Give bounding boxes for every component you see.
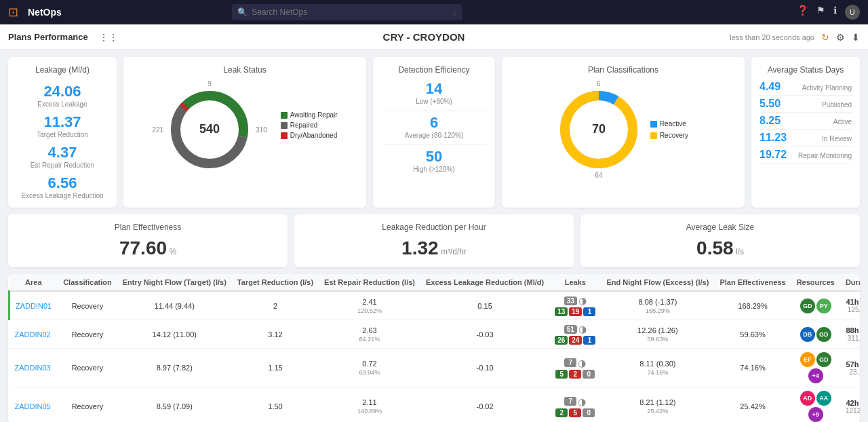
leak-badge: 0	[583, 370, 595, 379]
center-title: CRY - CROYDON	[125, 31, 723, 43]
duration-cell: 42h 27m1212.86%	[840, 387, 860, 423]
cards-row-2: Plan Effectiveness 77.60 % Leakage Reduc…	[8, 214, 860, 267]
end-night-cell: 8.21 (1.12)25.42%	[606, 398, 709, 415]
leak-gauge-icon: ◑	[578, 396, 586, 407]
right-actions: less than 20 seconds ago ↻ ⚙ ⬇	[730, 32, 860, 43]
leaks-badges: 7 ◑ 250	[555, 396, 595, 417]
area-cell: ZADDIN05	[9, 387, 58, 423]
cards-row-1: Leakage (Ml/d) 24.06 Excess Leakage 11.3…	[8, 57, 860, 208]
leakage-hour-title: Leakage Reduction per Hour	[302, 223, 566, 232]
leak-top-num: 9	[152, 80, 267, 88]
leaks-badges: 7 ◑ 520	[555, 358, 595, 379]
status-metric-item: 19.72Repair Monitoring	[760, 147, 852, 164]
resources-cell: EFGD+4	[791, 349, 840, 387]
duration-sub: 1212.86%	[846, 407, 860, 415]
search-input[interactable]	[252, 7, 449, 17]
filter-icon[interactable]: ⚙	[836, 32, 845, 43]
resource-badge: EF	[800, 352, 815, 367]
excess-leakage-label: Excess Leakage	[16, 100, 108, 108]
target-reduction-value: 11.37	[16, 113, 108, 131]
excess-leakage-cell: 0.15	[420, 291, 549, 320]
area-link[interactable]: ZADDIN01	[16, 302, 52, 310]
plan-eff-title: Plan Effectiveness	[16, 223, 279, 232]
est-repair-cell: 2.6384.21%	[324, 326, 415, 343]
status-metric-item: 4.49Activity Planning	[760, 79, 852, 96]
table-row: ZADDIN02 Recovery 14.12 (11.00) 3.12 2.6…	[9, 320, 861, 349]
detection-avg-val: 6	[381, 114, 487, 132]
donut-center-text: 540	[199, 122, 220, 136]
classification-cell: Recovery	[58, 387, 117, 423]
status-val: 5.50	[760, 98, 781, 110]
table-row: ZADDIN03 Recovery 8.97 (7.82) 1.15 0.726…	[9, 349, 861, 387]
area-cell: ZADDIN03	[9, 349, 58, 387]
flag-icon[interactable]: ⚑	[816, 5, 825, 20]
resource-badge: GD	[800, 299, 815, 313]
plan-bottom-num: 64	[558, 172, 639, 179]
info-icon[interactable]: ℹ	[833, 5, 837, 20]
resource-badge: AA	[816, 391, 831, 406]
col-excess-leakage: Excess Leakage Reduction (Ml/d)	[420, 274, 549, 291]
duration-main: 41h 30m	[846, 298, 860, 306]
leak-right-num: 310	[256, 126, 267, 134]
excess-leakage-metric: 24.06 Excess Leakage	[16, 83, 108, 108]
leak-badge: 19	[569, 307, 582, 316]
plan-eff-cell: 74.16%	[714, 349, 791, 387]
leak-badge: 5	[569, 408, 581, 417]
end-night-cell-td: 8.08 (-1.37)168.29%	[601, 291, 714, 320]
leaks-detail-row: 13191	[555, 307, 595, 316]
download-icon[interactable]: ⬇	[852, 32, 860, 43]
app-title: NetOps	[28, 7, 62, 18]
leak-legend: Awaiting Repair Repaired Dry/Abandoned	[281, 111, 338, 139]
leakage-title: Leakage (Ml/d)	[16, 65, 108, 75]
detection-avg-lbl: Average (80-120%)	[381, 132, 487, 139]
resource-badges: ADAA+9	[797, 391, 835, 422]
leak-badge: 1	[583, 307, 595, 316]
detection-card: Detection Efficiency 14 Low (+80%) 6 Ave…	[373, 57, 495, 208]
duration-sub: 125.69%	[846, 306, 860, 313]
duration-main: 42h 27m	[846, 399, 860, 407]
area-link[interactable]: ZADDIN05	[15, 402, 51, 410]
est-repair-value: 4.37	[16, 144, 108, 161]
plan-donut-section: 6 70 64	[510, 80, 736, 179]
area-cell: ZADDIN01	[9, 291, 58, 320]
table-row: ZADDIN05 Recovery 8.59 (7.09) 1.50 2.111…	[9, 387, 861, 423]
leaks-total-row: 51 ◑	[564, 324, 587, 334]
resource-badge: GD	[816, 352, 831, 367]
awaiting-label: Awaiting Repair	[290, 111, 338, 119]
area-link[interactable]: ZADDIN03	[15, 364, 51, 372]
table-container: Area Classification Entry Night Flow (Ta…	[8, 274, 860, 422]
leak-badge: 5	[555, 370, 568, 379]
user-avatar[interactable]: U	[845, 5, 860, 20]
leaks-total-row: 7 ◑	[564, 396, 586, 407]
dry-label: Dry/Abandoned	[290, 132, 338, 139]
status-lbl: Repair Monitoring	[798, 152, 852, 159]
search-icon: 🔍	[237, 7, 248, 17]
leak-badge: 0	[583, 408, 595, 417]
target-reduction-metric: 11.37 Target Reduction	[16, 113, 108, 138]
excess-leakage-red-metric: 6.56 Excess Leakage Reduction	[16, 174, 108, 199]
area-link[interactable]: ZADDIN02	[15, 330, 51, 339]
leak-left-num: 221	[152, 126, 163, 134]
leaks-badges: 33 ◑ 13191	[555, 295, 595, 316]
badge-total: 51	[564, 325, 577, 334]
grid-icon[interactable]: ⋮⋮	[99, 32, 118, 43]
col-target-red: Target Reduction (l/s)	[232, 274, 319, 291]
duration-main: 88h 29m	[846, 326, 860, 334]
leak-status-card: Leak Status 9 221	[123, 57, 366, 208]
leaks-badges: 51 ◑ 26241	[555, 324, 595, 345]
entry-night-cell: 14.12 (11.00)	[117, 320, 232, 349]
plan-eff-cell: 25.42%	[714, 387, 791, 423]
col-entry-night: Entry Night Flow (Target) (l/s)	[117, 274, 232, 291]
duration-main: 57h 44m	[846, 360, 860, 368]
col-resources: Resources	[791, 274, 840, 291]
col-classification: Classification	[58, 274, 117, 291]
badge-total: 7	[564, 397, 576, 406]
search-bar[interactable]: 🔍 ⌕	[232, 4, 462, 20]
leak-donut-svg: 540	[169, 89, 250, 170]
end-night-cell-td: 8.11 (0.30)74.16%	[601, 349, 714, 387]
leaks-cell: 51 ◑ 26241	[549, 320, 601, 349]
end-night-cell: 8.11 (0.30)74.16%	[606, 360, 709, 376]
badge-total: 33	[564, 296, 577, 305]
refresh-icon[interactable]: ↻	[821, 32, 829, 43]
help-icon[interactable]: ❓	[797, 5, 808, 20]
